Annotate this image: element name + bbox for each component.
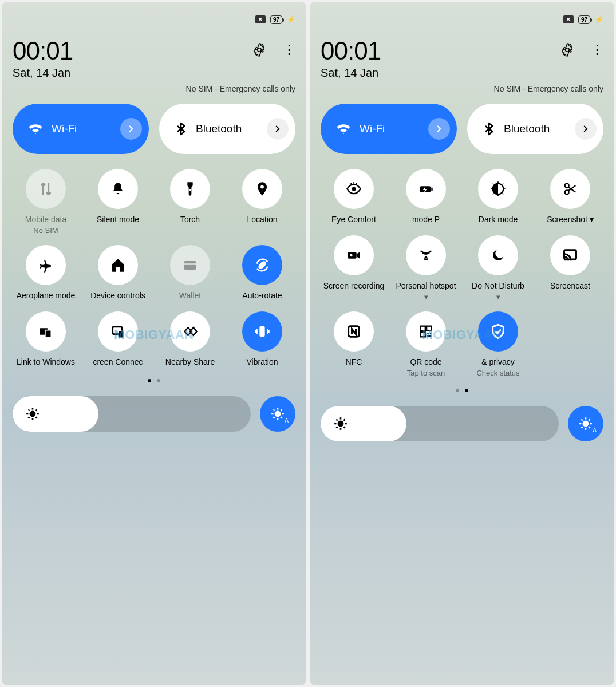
tile-dark-mode[interactable]: Dark mode [467, 169, 530, 225]
nearby-icon [170, 311, 210, 352]
cast-icon [550, 235, 590, 275]
tile-label: Location [247, 215, 278, 225]
battery-mode-icon [406, 169, 446, 209]
tile-location[interactable]: Location [231, 169, 294, 235]
wifi-label: Wi-Fi [360, 123, 385, 135]
hotspot-icon [406, 235, 446, 275]
tile-security-privacy[interactable]: & privacyCheck status [467, 311, 530, 377]
wifi-label: Wi-Fi [52, 123, 77, 135]
tile-vibration[interactable]: Vibration [231, 311, 294, 368]
tile-device-controls[interactable]: Device controls [86, 245, 149, 301]
tile-screen-recording[interactable]: Screen recording [322, 235, 385, 301]
bluetooth-expand-button[interactable] [575, 118, 597, 140]
sim-missing-icon: ✕ [255, 15, 266, 23]
plane-icon [26, 245, 66, 285]
torch-icon [170, 169, 210, 209]
tile-wallet[interactable]: Wallet [159, 245, 222, 301]
tile-personal-hotspot[interactable]: Personal hotspot▾ [394, 235, 457, 301]
sun-icon [578, 416, 593, 431]
bluetooth-label: Bluetooth [504, 123, 550, 135]
brightness-fill [321, 406, 406, 441]
more-icon[interactable]: ⋮ [283, 44, 295, 56]
tile-label: Vibration [246, 357, 278, 368]
scissors-icon [550, 169, 590, 209]
charging-icon: ⚡ [287, 15, 295, 23]
bluetooth-tile[interactable]: Bluetooth [467, 104, 603, 154]
tile-nfc[interactable]: NFC [322, 311, 385, 377]
tile-label: Nearby Share [165, 357, 215, 368]
bluetooth-tile[interactable]: Bluetooth [159, 104, 295, 154]
tile-label: Screencast [550, 281, 590, 291]
home-icon [98, 245, 138, 285]
sim-status-message: No SIM - Emergency calls only [13, 84, 295, 93]
tile-power-mode[interactable]: mode P [394, 169, 457, 225]
tile-do-not-disturb[interactable]: Do Not Disturb▾ [467, 235, 530, 301]
tile-label: creen Connec [93, 357, 143, 368]
tile-label: Auto-rotate [242, 291, 282, 301]
tile-qr-code[interactable]: QR codeTap to scan [394, 311, 457, 377]
tile-label: Wallet [179, 291, 201, 301]
tile-aeroplane-mode[interactable]: Aeroplane mode [14, 245, 77, 301]
moon-icon [478, 235, 518, 275]
settings-icon[interactable] [252, 42, 267, 57]
tile-auto-rotate[interactable]: Auto-rotate [231, 245, 294, 301]
brightness-slider[interactable] [13, 396, 251, 432]
bluetooth-label: Bluetooth [196, 123, 242, 135]
more-icon[interactable]: ⋮ [591, 44, 603, 56]
tile-mobile-data[interactable]: Mobile dataNo SIM [14, 169, 77, 235]
auto-brightness-button[interactable]: A [568, 406, 603, 441]
videocam-icon [334, 235, 374, 275]
tile-eye-comfort[interactable]: Eye Comfort [322, 169, 385, 225]
tiles-grid-page-1: Mobile dataNo SIMSilent modeTorchLocatio… [13, 169, 295, 368]
tile-link-to-windows[interactable]: Link to Windows [14, 311, 77, 368]
statusbar: ✕ 97 ⚡ [321, 13, 603, 26]
page-indicator [321, 389, 603, 392]
wifi-tile[interactable]: Wi-Fi [321, 104, 457, 154]
tile-label: NFC [346, 357, 362, 368]
tile-label: Dark mode [479, 215, 518, 225]
bluetooth-expand-button[interactable] [267, 118, 289, 140]
tile-sublabel: No SIM [33, 226, 58, 235]
brightness-icon [333, 416, 348, 431]
tile-label: Silent mode [97, 215, 139, 225]
phone-panel-2: ✕ 97 ⚡ 00:01 Sat, 14 Jan ⋮ No SIM - Emer… [310, 2, 614, 685]
bluetooth-icon [174, 122, 188, 136]
tile-silent-mode[interactable]: Silent mode [86, 169, 149, 235]
wifi-icon [27, 121, 44, 137]
battery-indicator: 97 [578, 15, 590, 24]
tile-sublabel: ▾ [496, 293, 500, 301]
tile-label: Link to Windows [17, 357, 75, 368]
tile-label: Eye Comfort [331, 215, 376, 225]
vibrate-icon [242, 311, 282, 352]
brightness-fill [13, 396, 98, 432]
wifi-expand-button[interactable] [120, 118, 142, 140]
dark-icon [478, 169, 518, 209]
qr-icon [406, 311, 446, 352]
statusbar: ✕ 97 ⚡ [13, 13, 295, 26]
tile-torch[interactable]: Torch [159, 169, 222, 235]
tile-label: Mobile data [25, 215, 66, 225]
battery-indicator: 97 [270, 15, 282, 24]
tile-screencast[interactable]: Screencast [539, 235, 602, 301]
sun-icon [270, 406, 285, 421]
phone-panel-1: ✕ 97 ⚡ 00:01 Sat, 14 Jan ⋮ No SIM - Emer… [2, 2, 306, 685]
tile-screen-connect[interactable]: creen Connec [86, 311, 149, 368]
tile-label: Aeroplane mode [17, 291, 76, 301]
auto-brightness-button[interactable]: A [260, 396, 295, 432]
sim-status-message: No SIM - Emergency calls only [321, 84, 603, 93]
settings-icon[interactable] [560, 42, 575, 57]
bluetooth-icon [482, 122, 496, 136]
wifi-tile[interactable]: Wi-Fi [13, 104, 149, 154]
tile-screenshot[interactable]: Screenshot ▾ [539, 169, 602, 225]
wifi-expand-button[interactable] [428, 118, 450, 140]
data-icon [26, 169, 66, 209]
eye-icon [334, 169, 374, 209]
tile-label: QR code [410, 357, 441, 368]
tile-label: Torch [180, 215, 200, 225]
page-indicator [13, 379, 295, 382]
tile-label: Device controls [90, 291, 145, 301]
tile-nearby-share[interactable]: Nearby Share [159, 311, 222, 368]
brightness-slider[interactable] [321, 406, 559, 441]
header: 00:01 Sat, 14 Jan ⋮ [13, 37, 295, 80]
charging-icon: ⚡ [595, 15, 603, 23]
